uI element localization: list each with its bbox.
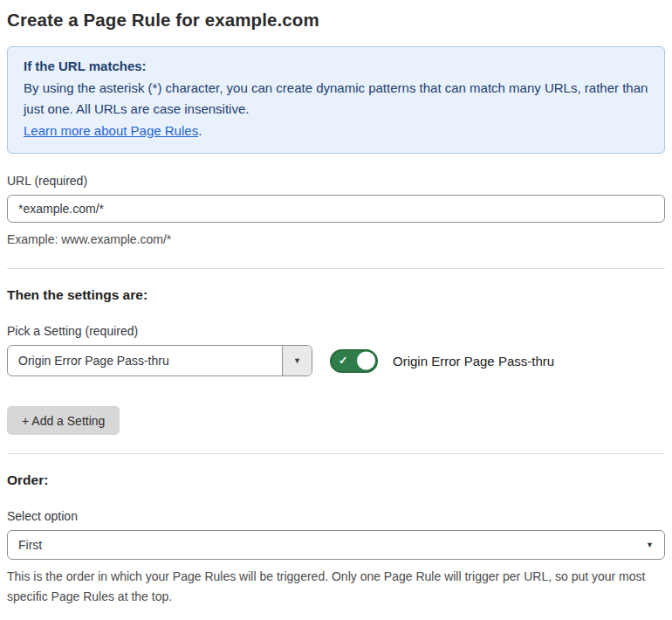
page-rule-form: Create a Page Rule for example.com If th…	[0, 0, 672, 620]
info-box-heading: If the URL matches:	[24, 56, 648, 78]
url-input[interactable]	[7, 195, 665, 223]
setting-select-caret-button[interactable]: ▼	[282, 346, 312, 375]
page-title: Create a Page Rule for example.com	[7, 7, 665, 33]
chevron-down-icon: ▼	[646, 541, 654, 549]
order-select-value: First	[18, 538, 42, 552]
settings-section-heading: Then the settings are:	[7, 287, 665, 303]
setting-select-value: Origin Error Page Pass-thru	[8, 346, 282, 375]
order-select[interactable]: First ▼	[7, 530, 665, 560]
toggle-knob	[357, 352, 375, 370]
info-box-body: By using the asterisk (*) character, you…	[24, 78, 648, 121]
learn-more-link[interactable]: Learn more about Page Rules	[24, 123, 198, 138]
url-example-helper: Example: www.example.com/*	[7, 230, 665, 250]
setting-row: Origin Error Page Pass-thru ▼ ✓ Origin E…	[7, 345, 665, 376]
order-section-heading: Order:	[7, 472, 665, 488]
link-suffix: .	[198, 123, 202, 138]
divider	[7, 268, 665, 269]
toggle-wrap: ✓ Origin Error Page Pass-thru	[330, 349, 554, 373]
chevron-down-icon: ▼	[293, 356, 301, 365]
order-helper-text: This is the order in which your Page Rul…	[7, 567, 653, 607]
url-field-label: URL (required)	[7, 174, 665, 188]
order-select-label: Select option	[7, 509, 665, 523]
divider	[7, 453, 665, 454]
origin-error-toggle[interactable]: ✓	[330, 349, 378, 373]
check-icon: ✓	[339, 355, 347, 367]
toggle-label: Origin Error Page Pass-thru	[393, 354, 554, 369]
setting-select[interactable]: Origin Error Page Pass-thru ▼	[7, 345, 312, 376]
pick-setting-label: Pick a Setting (required)	[7, 324, 665, 338]
info-box-link-line: Learn more about Page Rules.	[24, 121, 648, 142]
url-match-info-box: If the URL matches: By using the asteris…	[7, 46, 665, 154]
add-setting-button[interactable]: + Add a Setting	[7, 406, 120, 435]
